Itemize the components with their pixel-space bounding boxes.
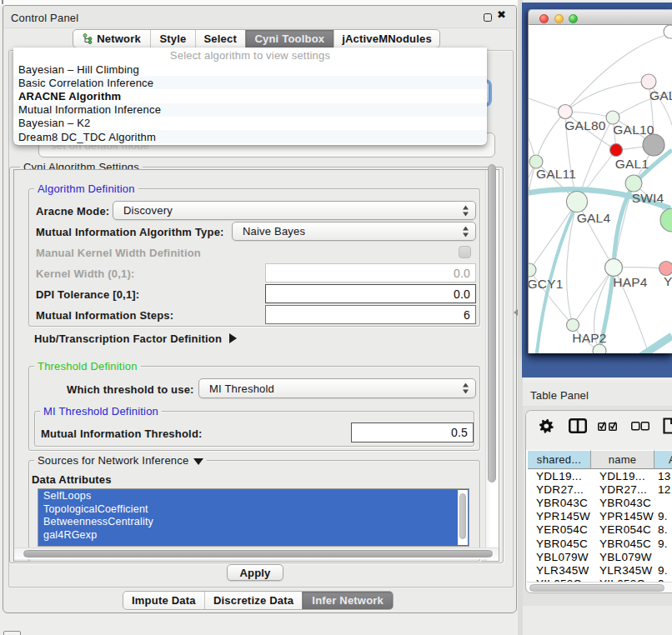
table-row[interactable]: YBR043CYBR043C	[528, 496, 672, 509]
tab-infer-network[interactable]: Infer Network	[302, 592, 393, 609]
table-cell: YER054C	[528, 523, 591, 537]
tab-style[interactable]: Style	[150, 30, 195, 48]
table-cell: YBR043C	[591, 496, 654, 509]
tab-cyni-toolbox[interactable]: Cyni Toolbox	[245, 30, 334, 48]
deselect-all-checks-icon[interactable]	[631, 422, 649, 431]
zoom-traffic-light-icon[interactable]	[569, 14, 578, 23]
attribute-item[interactable]: gal4RGexp	[38, 528, 469, 542]
window-title: Control Panel	[11, 12, 78, 24]
table-row[interactable]: YPR145WYPR145W9.	[528, 510, 672, 523]
tab-label: Network	[97, 32, 141, 45]
tab-label: Cyni Toolbox	[254, 32, 324, 45]
control-panel-titlebar[interactable]: Control Panel ✖	[3, 6, 516, 28]
attribute-item[interactable]: BetweennessCentrality	[38, 516, 469, 529]
tab-select[interactable]: Select	[195, 30, 245, 48]
network-node-label: GAL11	[536, 167, 576, 181]
close-window-icon[interactable]: ✖	[497, 8, 506, 21]
network-node-label: GAL4	[577, 211, 611, 225]
top-tick	[2, 0, 3, 4]
split-columns-icon[interactable]	[569, 418, 587, 433]
attribute-item[interactable]	[38, 542, 469, 547]
dropdown-item[interactable]: Dream8 DC_TDC Algorithm	[13, 130, 487, 143]
tab-discretize-data[interactable]: Discretize Data	[204, 592, 303, 609]
settings-hscrollbar-thumb[interactable]	[23, 550, 493, 558]
dropdown-item[interactable]: ARACNE Algorithm	[13, 89, 487, 102]
column-header-shared[interactable]: shared...	[528, 450, 591, 469]
dpi-tolerance-input[interactable]: 0.0	[265, 284, 476, 303]
close-traffic-light-icon[interactable]	[539, 14, 549, 23]
table-cell: YBR045C	[528, 537, 591, 550]
network-node-label: HAP4	[613, 275, 647, 289]
apply-button[interactable]: Apply	[227, 564, 283, 581]
table-row[interactable]: YER054CYER054C8.	[528, 523, 672, 537]
table-row[interactable]: YLR345WYLR345W9.	[528, 563, 672, 577]
attribute-item[interactable]: TopologicalCoefficient	[38, 502, 469, 516]
data-attributes-list[interactable]: SelfLoopsTopologicalCoefficientBetweenne…	[38, 488, 469, 547]
dropdown-item[interactable]: Mutual Information Inference	[13, 103, 487, 117]
list-scrollbar-thumb[interactable]	[459, 493, 466, 539]
combo-arrows-icon	[462, 205, 469, 216]
network-window-titlebar[interactable]	[528, 9, 672, 25]
sources-collapse-arrow-icon[interactable]	[193, 458, 203, 465]
dropdown-item[interactable]: Bayesian – Hill Climbing	[13, 62, 487, 76]
network-canvas[interactable]: GAL7GAL80GAL10GAL1SWI4GAL4GAL11GCY1HAP4Y…	[528, 25, 672, 353]
tab-label: jActiveMNodules	[342, 32, 432, 45]
table-cell	[654, 496, 672, 509]
network-node	[610, 144, 623, 157]
table-panel-header[interactable]: Table Panel	[523, 382, 672, 407]
dpi-tolerance-label: DPI Tolerance [0,1]:	[36, 288, 139, 301]
mini-panel-button[interactable]	[3, 631, 21, 635]
gear-icon[interactable]	[539, 419, 554, 433]
network-node	[567, 319, 579, 332]
kernel-width-input[interactable]: 0.0	[265, 263, 476, 282]
data-attributes-label: Data Attributes	[32, 473, 112, 486]
table-hscrollbar-thumb[interactable]	[529, 584, 664, 592]
table-cell: YDL19...	[528, 469, 591, 482]
mi-threshold-input[interactable]: 0.5	[351, 422, 474, 442]
mi-type-label: Mutual Information Algorithm Type:	[36, 226, 224, 238]
control-panel-window: Control Panel ✖ NetworkStyleSelectCyni T…	[3, 5, 517, 613]
column-header-name[interactable]: name	[591, 450, 654, 469]
tab-jactivemnodules[interactable]: jActiveMNodules	[333, 30, 439, 48]
algorithm-definition-title: Algorithm Definition	[34, 182, 138, 195]
float-window-icon[interactable]	[484, 13, 492, 22]
which-threshold-combobox[interactable]: MI Threshold	[198, 378, 476, 398]
select-all-checks-icon[interactable]	[598, 421, 618, 431]
network-node-label: HAP2	[572, 331, 606, 345]
dropdown-item[interactable]: Bayesian – K2	[13, 117, 487, 130]
table-row[interactable]: YDL19...YDL19...13	[528, 469, 672, 482]
hub-definition-label: Hub/Transcription Factor Definition	[34, 332, 222, 345]
settings-vscrollbar-thumb[interactable]	[488, 164, 496, 482]
tab-label: Style	[159, 32, 186, 45]
network-node	[559, 105, 573, 119]
table-row[interactable]: YBL079WYBL079W	[528, 550, 672, 563]
mi-steps-input[interactable]: 6	[265, 305, 476, 324]
network-node	[643, 134, 664, 156]
table-row[interactable]: YDR27...YDR27...12	[528, 482, 672, 496]
table-cell: 12	[654, 482, 672, 496]
network-node-label: GAL1	[615, 157, 649, 171]
table-row[interactable]: YBR045CYBR045C9.	[528, 537, 672, 550]
network-node-label: GAL10	[613, 122, 654, 137]
network-node	[664, 25, 672, 38]
table-cell: YLR345W	[528, 563, 591, 577]
table-cell: YER054C	[591, 523, 654, 537]
mi-type-combobox[interactable]: Naive Bayes	[232, 222, 476, 241]
table-cell: YDR27...	[528, 482, 591, 496]
table-cell: YDR27...	[591, 482, 654, 496]
document-icon[interactable]	[663, 418, 672, 434]
column-header-A[interactable]: A	[654, 450, 672, 469]
table-cell: YLR345W	[591, 563, 654, 577]
attribute-item[interactable]: SelfLoops	[38, 489, 469, 502]
network-node	[625, 175, 642, 192]
manual-kernel-checkbox[interactable]	[459, 246, 471, 258]
list-scrollbar-track[interactable]	[458, 490, 468, 545]
tab-network[interactable]: Network	[73, 30, 150, 48]
hub-expand-arrow-icon[interactable]	[229, 333, 237, 343]
mi-steps-label: Mutual Information Steps:	[36, 309, 173, 322]
dropdown-item[interactable]: Basic Correlation Inference	[13, 76, 487, 89]
tab-impute-data[interactable]: Impute Data	[123, 592, 204, 609]
minimize-traffic-light-icon[interactable]	[554, 14, 564, 23]
tab-label: Select	[203, 32, 237, 45]
aracne-mode-combobox[interactable]: Discovery	[113, 201, 476, 220]
